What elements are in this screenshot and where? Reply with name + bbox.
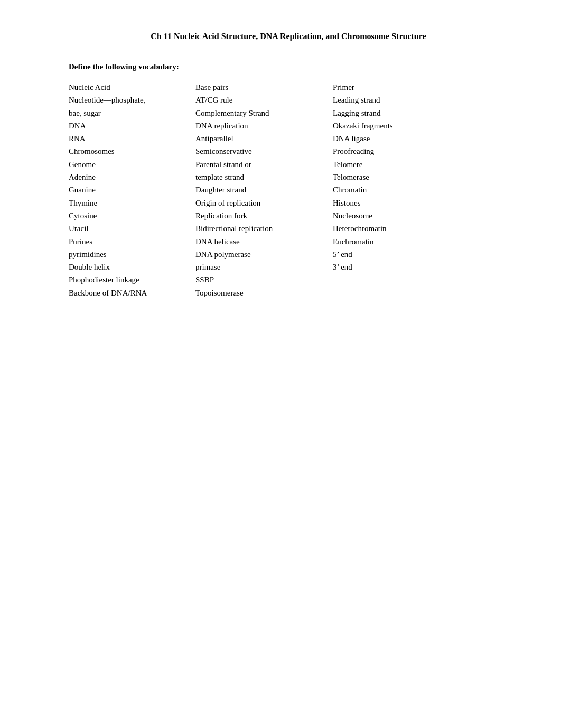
list-item: Euchromatin	[333, 235, 449, 248]
list-item: Topoisomerase	[195, 287, 322, 299]
list-item: DNA	[69, 119, 185, 132]
list-item: Antiparallel	[195, 132, 322, 145]
list-item: Daughter strand	[195, 183, 322, 196]
section-heading: Define the following vocabulary:	[69, 62, 508, 71]
list-item: Primer	[333, 81, 449, 94]
list-item: Nucleosome	[333, 209, 449, 222]
page: Ch 11 Nucleic Acid Structure, DNA Replic…	[0, 0, 561, 728]
list-item: bae, sugar	[69, 107, 185, 119]
list-item: 3’ end	[333, 261, 449, 273]
list-item: Chromosomes	[69, 145, 185, 158]
list-item: Cytosine	[69, 209, 185, 222]
list-item: DNA helicase	[195, 235, 322, 248]
list-item: Guanine	[69, 183, 185, 196]
list-item: AT/CG rule	[195, 94, 322, 106]
list-item: DNA polymerase	[195, 248, 322, 261]
list-item: RNA	[69, 132, 185, 145]
list-item: Lagging strand	[333, 107, 449, 119]
list-item: Nucleotide—phosphate,	[69, 94, 185, 106]
list-item: Telomere	[333, 158, 449, 171]
list-item: Bidirectional replication	[195, 222, 322, 235]
vocab-col-1: Nucleic AcidNucleotide—phosphate,bae, su…	[69, 81, 185, 299]
vocab-col-3: PrimerLeading strandLagging strandOkazak…	[333, 81, 449, 299]
list-item: SSBP	[195, 273, 322, 286]
list-item: Proofreading	[333, 145, 449, 158]
list-item: Heterochromatin	[333, 222, 449, 235]
list-item: Uracil	[69, 222, 185, 235]
page-title: Ch 11 Nucleic Acid Structure, DNA Replic…	[69, 32, 508, 41]
list-item: Complementary Strand	[195, 107, 322, 119]
list-item: Origin of replication	[195, 197, 322, 209]
list-item: DNA ligase	[333, 132, 449, 145]
vocab-grid: Nucleic AcidNucleotide—phosphate,bae, su…	[69, 81, 508, 299]
vocab-col-2: Base pairsAT/CG ruleComplementary Strand…	[195, 81, 322, 299]
list-item: Telomerase	[333, 171, 449, 183]
list-item: Thymine	[69, 197, 185, 209]
list-item: Okazaki fragments	[333, 119, 449, 132]
list-item: Backbone of DNA/RNA	[69, 287, 185, 299]
list-item: Adenine	[69, 171, 185, 183]
list-item: Nucleic Acid	[69, 81, 185, 94]
list-item: pyrimidines	[69, 248, 185, 261]
list-item: DNA replication	[195, 119, 322, 132]
list-item: Parental strand or	[195, 158, 322, 171]
list-item: Replication fork	[195, 209, 322, 222]
list-item: Double helix	[69, 261, 185, 273]
list-item: Genome	[69, 158, 185, 171]
list-item: primase	[195, 261, 322, 273]
list-item: Leading strand	[333, 94, 449, 106]
list-item: Base pairs	[195, 81, 322, 94]
list-item: Chromatin	[333, 183, 449, 196]
list-item: Histones	[333, 197, 449, 209]
list-item: Semiconservative	[195, 145, 322, 158]
list-item: 5’ end	[333, 248, 449, 261]
list-item: Phophodiester linkage	[69, 273, 185, 286]
list-item: Purines	[69, 235, 185, 248]
list-item: template strand	[195, 171, 322, 183]
